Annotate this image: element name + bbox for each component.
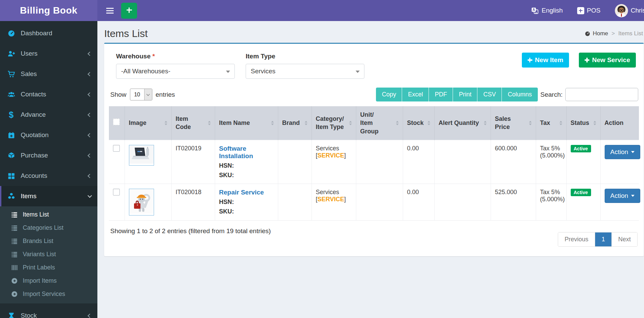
breadcrumb-home[interactable]: Home <box>585 30 608 37</box>
col-alert-quantity[interactable]: Alert Quantity <box>434 106 491 140</box>
row-checkbox[interactable] <box>113 145 120 152</box>
pagination-next[interactable]: Next <box>612 232 637 246</box>
item-image-software-installation[interactable] <box>129 145 154 166</box>
pagination-previous[interactable]: Previous <box>558 232 595 246</box>
sidebar-item-accounts[interactable]: Accounts <box>0 166 97 186</box>
sidebar-item-quotation[interactable]: Quotation <box>0 125 97 145</box>
language-icon: A <box>531 7 539 15</box>
datatable-controls: Show 10 entries Copy Excel PDF Print CSV… <box>109 88 639 106</box>
language-selector[interactable]: A English <box>531 7 563 15</box>
page-length-select[interactable]: 10 <box>130 89 152 100</box>
item-image-repair-service[interactable] <box>129 189 154 216</box>
brand-logo[interactable]: Billing Book <box>0 0 97 21</box>
caret-down-icon <box>226 71 230 73</box>
user-menu[interactable]: Chris <box>615 4 644 17</box>
select-all-header[interactable] <box>109 106 125 140</box>
col-status[interactable]: Status <box>566 106 600 140</box>
service-tag: SERVICE <box>318 196 344 203</box>
page-length-group: Show 10 entries <box>110 89 175 100</box>
submenu-import-services[interactable]: Import Services <box>0 287 97 301</box>
sidebar-item-items[interactable]: Items <box>0 186 97 206</box>
hsn-label: HSN: <box>219 162 274 169</box>
sales-price-cell: 525.000 <box>491 184 536 220</box>
warehouse-select[interactable]: -All Warehouses- <box>116 64 235 79</box>
caret-down-icon <box>631 151 634 153</box>
action-dropdown-button[interactable]: Action <box>605 145 641 159</box>
submenu-items-list[interactable]: Items List <box>0 208 97 221</box>
export-buttons: Copy Excel PDF Print CSV Columns <box>376 88 537 101</box>
cube-icon <box>7 151 16 160</box>
submenu-brands-list[interactable]: Brands List <box>0 235 97 248</box>
copy-button[interactable]: Copy <box>376 88 402 101</box>
caret-down-icon <box>144 89 152 100</box>
warehouse-label: Warehouse <box>116 53 151 60</box>
submenu-import-items[interactable]: Import Items <box>0 274 97 287</box>
sort-icon <box>480 121 487 125</box>
pdf-button[interactable]: PDF <box>429 88 453 101</box>
print-button[interactable]: Print <box>453 88 477 101</box>
new-service-button[interactable]: New Service <box>579 53 636 68</box>
sidebar-item-sales[interactable]: Sales <box>0 64 97 84</box>
item-type-select[interactable]: Services <box>246 64 364 79</box>
hamburger-menu-button[interactable] <box>102 3 118 18</box>
pagination-page-1[interactable]: 1 <box>595 232 612 246</box>
action-dropdown-button[interactable]: Action <box>605 189 641 203</box>
sidebar-item-contacts[interactable]: Contacts <box>0 84 97 105</box>
barcode-icon <box>10 264 18 271</box>
pos-button[interactable]: POS <box>577 7 601 14</box>
sidebar-item-dashboard[interactable]: Dashboard <box>0 23 97 43</box>
submenu-variants-list[interactable]: Variants List <box>0 248 97 261</box>
tax-cell: Tax 5% <box>540 189 562 196</box>
chevron-left-icon <box>88 92 92 97</box>
row-checkbox[interactable] <box>113 189 120 195</box>
col-tax[interactable]: Tax <box>536 106 566 140</box>
sidebar-item-purchase[interactable]: Purchase <box>0 145 97 166</box>
item-name-link[interactable]: Software Installation <box>219 145 274 160</box>
excel-button[interactable]: Excel <box>402 88 429 101</box>
select-all-checkbox[interactable] <box>113 118 120 125</box>
submenu-print-labels[interactable]: Print Labels <box>0 261 97 274</box>
col-brand[interactable]: Brand <box>278 106 311 140</box>
quick-add-button[interactable] <box>121 3 137 19</box>
filters-row: Warehouse * -All Warehouses- Item Type S… <box>109 53 639 79</box>
item-name-link[interactable]: Repair Service <box>219 189 274 196</box>
unit-cell <box>356 184 403 220</box>
list-icon <box>10 211 18 218</box>
col-image[interactable]: Image <box>125 106 171 140</box>
col-item-name[interactable]: Item Name <box>215 106 278 140</box>
calendar-plus-icon <box>7 131 16 139</box>
sort-icon <box>590 121 596 125</box>
sidebar-item-advance[interactable]: Advance <box>0 105 97 125</box>
sidebar-menu: Dashboard Users Sales Contacts Advance Q… <box>0 21 97 206</box>
sidebar-item-users[interactable]: Users <box>0 43 97 64</box>
col-item-code[interactable]: Item Code <box>171 106 215 140</box>
sort-icon <box>301 121 307 125</box>
plus-icon <box>528 58 532 62</box>
new-item-button[interactable]: New Item <box>522 53 569 68</box>
submenu-categories-list[interactable]: Categories List <box>0 221 97 235</box>
brand-cell <box>278 140 311 184</box>
warehouse-field: Warehouse * -All Warehouses- <box>116 53 235 79</box>
stock-cell: 0.00 <box>403 140 434 184</box>
caret-down-icon <box>356 71 360 73</box>
tachometer-icon <box>7 29 16 37</box>
col-category[interactable]: Category/Item Type <box>311 106 356 140</box>
col-unit[interactable]: Unit/Item Group <box>356 106 403 140</box>
columns-button[interactable]: Columns <box>502 88 537 101</box>
chevron-left-icon <box>88 314 92 318</box>
category-cell: Services <box>316 189 352 196</box>
tax-cell: Tax 5% <box>540 145 562 152</box>
search-input[interactable] <box>565 88 638 101</box>
sort-icon <box>161 121 167 125</box>
col-sales-price[interactable]: Sales Price <box>491 106 536 140</box>
search-label: Search: <box>541 91 563 98</box>
col-stock[interactable]: Stock <box>403 106 434 140</box>
plus-icon <box>585 58 589 62</box>
csv-button[interactable]: CSV <box>477 88 502 101</box>
sort-icon <box>268 121 274 125</box>
items-submenu: Items List Categories List Brands List V… <box>0 206 97 303</box>
item-code-cell: IT020019 <box>171 140 215 184</box>
hourglass-icon <box>7 312 16 318</box>
top-actions: New Item New Service <box>522 53 636 68</box>
sidebar-item-stock[interactable]: Stock <box>0 305 97 318</box>
